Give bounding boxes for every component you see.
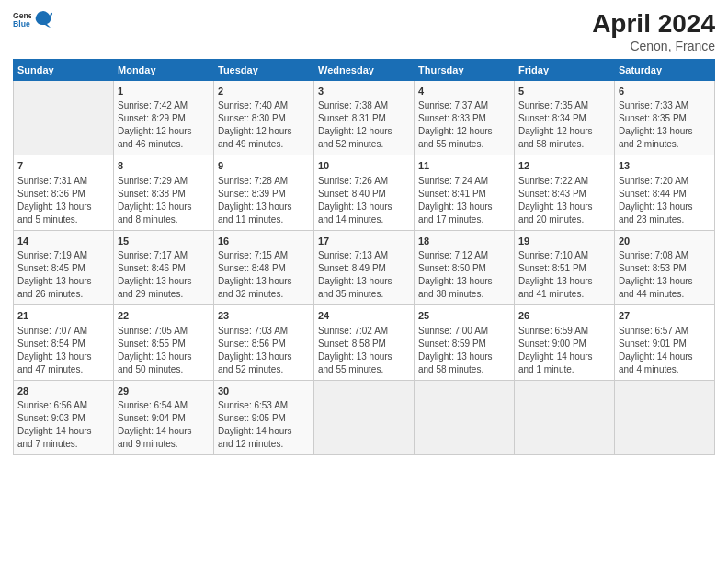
svg-text:Blue: Blue: [13, 19, 30, 29]
day-cell: 18Sunrise: 7:12 AMSunset: 8:50 PMDayligh…: [415, 230, 515, 304]
sunrise: Sunrise: 7:24 AM: [418, 176, 488, 186]
calendar-table: Sunday Monday Tuesday Wednesday Thursday…: [13, 59, 715, 455]
sunset: Sunset: 8:46 PM: [118, 263, 186, 273]
daylight: Daylight: 13 hours and 50 minutes.: [118, 351, 192, 374]
sunset: Sunset: 8:48 PM: [218, 263, 286, 273]
sunrise: Sunrise: 6:53 AM: [218, 400, 288, 410]
daylight: Daylight: 13 hours and 52 minutes.: [218, 351, 292, 374]
day-number: 16: [218, 235, 310, 248]
sunrise: Sunrise: 6:56 AM: [17, 400, 87, 410]
sunset: Sunset: 8:59 PM: [418, 339, 486, 349]
col-tuesday: Tuesday: [214, 60, 314, 81]
col-sunday: Sunday: [14, 60, 114, 81]
day-number: 1: [118, 85, 210, 98]
day-cell: 6Sunrise: 7:33 AMSunset: 8:35 PMDaylight…: [615, 81, 715, 155]
week-row-2: 14Sunrise: 7:19 AMSunset: 8:45 PMDayligh…: [14, 230, 715, 304]
sunrise: Sunrise: 7:03 AM: [218, 326, 288, 336]
sunrise: Sunrise: 7:37 AM: [418, 100, 488, 110]
day-cell: 8Sunrise: 7:29 AMSunset: 8:38 PMDaylight…: [114, 155, 214, 230]
daylight: Daylight: 13 hours and 14 minutes.: [318, 201, 392, 224]
day-cell: 15Sunrise: 7:17 AMSunset: 8:46 PMDayligh…: [114, 230, 214, 304]
day-cell: 14Sunrise: 7:19 AMSunset: 8:45 PMDayligh…: [14, 230, 114, 304]
sunrise: Sunrise: 7:26 AM: [318, 176, 388, 186]
sunset: Sunset: 8:55 PM: [118, 339, 186, 349]
day-cell: [415, 380, 515, 454]
daylight: Daylight: 13 hours and 35 minutes.: [318, 276, 392, 299]
sunset: Sunset: 8:40 PM: [318, 189, 386, 199]
day-cell: [14, 81, 114, 155]
sunset: Sunset: 8:51 PM: [518, 263, 586, 273]
day-number: 7: [17, 159, 109, 173]
week-row-4: 28Sunrise: 6:56 AMSunset: 9:03 PMDayligh…: [14, 380, 715, 454]
sunset: Sunset: 9:00 PM: [518, 339, 586, 349]
sunrise: Sunrise: 7:15 AM: [218, 250, 288, 260]
main-container: General Blue April 2024 Cenon, France Su…: [0, 0, 728, 465]
daylight: Daylight: 13 hours and 26 minutes.: [17, 276, 92, 299]
day-number: 14: [17, 235, 109, 248]
day-cell: 26Sunrise: 6:59 AMSunset: 9:00 PMDayligh…: [515, 305, 615, 380]
sunset: Sunset: 9:05 PM: [218, 413, 286, 423]
day-number: 3: [318, 85, 410, 98]
sunset: Sunset: 8:56 PM: [218, 339, 286, 349]
day-cell: 12Sunrise: 7:22 AMSunset: 8:43 PMDayligh…: [515, 155, 615, 230]
title-block: April 2024 Cenon, France: [592, 9, 715, 53]
sunrise: Sunrise: 7:05 AM: [118, 326, 188, 336]
daylight: Daylight: 12 hours and 49 minutes.: [218, 126, 292, 149]
sunrise: Sunrise: 7:17 AM: [118, 250, 188, 260]
day-cell: [515, 380, 615, 454]
sunrise: Sunrise: 7:33 AM: [619, 100, 688, 110]
sunset: Sunset: 8:36 PM: [17, 189, 85, 199]
col-saturday: Saturday: [615, 60, 715, 81]
col-thursday: Thursday: [415, 60, 515, 81]
sunrise: Sunrise: 7:31 AM: [17, 176, 87, 186]
day-cell: [314, 380, 415, 454]
day-number: 26: [518, 309, 610, 323]
logo-bird-icon: [33, 9, 53, 29]
daylight: Daylight: 13 hours and 44 minutes.: [619, 276, 693, 299]
day-cell: 9Sunrise: 7:28 AMSunset: 8:39 PMDaylight…: [214, 155, 314, 230]
daylight: Daylight: 13 hours and 20 minutes.: [518, 201, 593, 224]
sunrise: Sunrise: 7:19 AM: [17, 250, 87, 260]
sunrise: Sunrise: 6:59 AM: [518, 326, 588, 336]
sunset: Sunset: 8:50 PM: [418, 263, 486, 273]
sunset: Sunset: 8:53 PM: [619, 263, 687, 273]
sunrise: Sunrise: 7:28 AM: [218, 176, 288, 186]
day-number: 17: [318, 235, 410, 248]
daylight: Daylight: 14 hours and 4 minutes.: [619, 351, 693, 374]
col-monday: Monday: [114, 60, 214, 81]
sunrise: Sunrise: 7:35 AM: [518, 100, 588, 110]
day-cell: 1Sunrise: 7:42 AMSunset: 8:29 PMDaylight…: [114, 81, 214, 155]
sunset: Sunset: 8:58 PM: [318, 339, 386, 349]
sunrise: Sunrise: 7:10 AM: [518, 250, 588, 260]
daylight: Daylight: 13 hours and 41 minutes.: [518, 276, 593, 299]
day-cell: 25Sunrise: 7:00 AMSunset: 8:59 PMDayligh…: [415, 305, 515, 380]
day-number: 24: [318, 309, 410, 323]
day-number: 12: [518, 159, 610, 173]
sunset: Sunset: 8:44 PM: [619, 189, 687, 199]
sunrise: Sunrise: 7:40 AM: [218, 100, 288, 110]
daylight: Daylight: 13 hours and 38 minutes.: [418, 276, 493, 299]
day-number: 6: [619, 85, 711, 98]
sunset: Sunset: 8:31 PM: [318, 113, 386, 123]
week-row-0: 1Sunrise: 7:42 AMSunset: 8:29 PMDaylight…: [14, 81, 715, 155]
day-number: 30: [218, 385, 310, 398]
daylight: Daylight: 13 hours and 2 minutes.: [619, 126, 693, 149]
day-cell: 2Sunrise: 7:40 AMSunset: 8:30 PMDaylight…: [214, 81, 314, 155]
logo: General Blue: [13, 9, 53, 29]
day-number: 19: [518, 235, 610, 248]
sunset: Sunset: 8:43 PM: [518, 189, 586, 199]
sunset: Sunset: 8:29 PM: [118, 113, 186, 123]
day-cell: 16Sunrise: 7:15 AMSunset: 8:48 PMDayligh…: [214, 230, 314, 304]
daylight: Daylight: 14 hours and 7 minutes.: [17, 426, 92, 449]
day-cell: 4Sunrise: 7:37 AMSunset: 8:33 PMDaylight…: [415, 81, 515, 155]
day-cell: 30Sunrise: 6:53 AMSunset: 9:05 PMDayligh…: [214, 380, 314, 454]
day-number: 11: [418, 159, 510, 173]
sunset: Sunset: 8:41 PM: [418, 189, 486, 199]
daylight: Daylight: 13 hours and 11 minutes.: [218, 201, 292, 224]
daylight: Daylight: 12 hours and 55 minutes.: [418, 126, 493, 149]
logo-icon: General Blue: [13, 10, 31, 29]
day-cell: 24Sunrise: 7:02 AMSunset: 8:58 PMDayligh…: [314, 305, 415, 380]
day-cell: 17Sunrise: 7:13 AMSunset: 8:49 PMDayligh…: [314, 230, 415, 304]
daylight: Daylight: 13 hours and 58 minutes.: [418, 351, 493, 374]
daylight: Daylight: 14 hours and 9 minutes.: [118, 426, 192, 449]
